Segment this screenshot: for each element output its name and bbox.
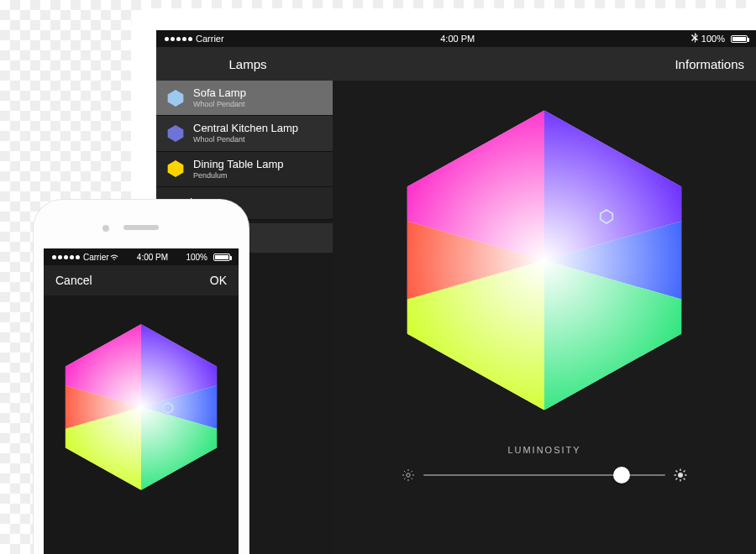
svg-line-19 bbox=[404, 471, 405, 472]
svg-line-28 bbox=[676, 471, 678, 473]
signal-dots-icon bbox=[52, 255, 80, 259]
color-hexagon-icon[interactable] bbox=[385, 101, 704, 420]
luminosity-label: LUMINOSITY bbox=[402, 445, 687, 455]
svg-marker-13 bbox=[600, 210, 612, 223]
svg-marker-2 bbox=[168, 90, 184, 107]
lamp-title: Dining Table Lamp bbox=[193, 159, 283, 171]
lamp-color-icon bbox=[166, 89, 185, 107]
svg-rect-12 bbox=[385, 101, 704, 420]
clock-label: 4:00 PM bbox=[224, 34, 691, 44]
lamp-subtitle: Whool Pendant bbox=[193, 135, 298, 144]
svg-marker-4 bbox=[168, 160, 184, 177]
svg-line-22 bbox=[412, 471, 412, 472]
color-panel: LUMINOSITY bbox=[333, 81, 756, 554]
lamp-color-icon bbox=[166, 124, 185, 143]
battery-pct: 100% bbox=[701, 34, 725, 44]
carrier-label: Carrier bbox=[83, 253, 109, 262]
lamp-subtitle: Whool Pendant bbox=[193, 100, 246, 108]
picker-cursor-icon[interactable] bbox=[599, 209, 614, 224]
brightness-high-icon bbox=[674, 468, 687, 482]
slider-thumb[interactable] bbox=[613, 467, 630, 483]
color-picker[interactable] bbox=[385, 101, 704, 420]
svg-marker-3 bbox=[168, 125, 184, 142]
battery-pct: 100% bbox=[186, 253, 207, 262]
battery-icon bbox=[728, 35, 748, 43]
iphone-device: Carrier 4:00 PM 100% Cancel OK bbox=[34, 200, 249, 554]
lamp-item[interactable]: Central Kitchen LampWhool Pendant bbox=[156, 116, 333, 151]
lamp-title: Central Kitchen Lamp bbox=[193, 123, 298, 135]
ipad-statusbar: Carrier 4:00 PM 100% bbox=[156, 30, 756, 47]
svg-point-23 bbox=[678, 473, 683, 478]
lamp-item[interactable]: Sofa LampWhool Pendant bbox=[156, 81, 333, 116]
iphone-navbar: Cancel OK bbox=[44, 265, 239, 295]
color-picker[interactable] bbox=[53, 319, 229, 495]
svg-line-20 bbox=[412, 478, 412, 479]
svg-line-29 bbox=[684, 478, 685, 480]
carrier-label: Carrier bbox=[196, 34, 224, 44]
iphone-screen: Carrier 4:00 PM 100% Cancel OK bbox=[44, 248, 239, 554]
picker-cursor-icon[interactable] bbox=[162, 402, 174, 414]
svg-line-21 bbox=[404, 478, 405, 479]
color-hexagon-icon[interactable] bbox=[53, 319, 229, 495]
svg-marker-40 bbox=[164, 402, 173, 413]
ok-button[interactable]: OK bbox=[210, 274, 227, 287]
cancel-button[interactable]: Cancel bbox=[55, 274, 92, 287]
luminosity-slider[interactable] bbox=[423, 467, 665, 483]
lamp-title: Sofa Lamp bbox=[193, 87, 246, 100]
svg-line-30 bbox=[676, 478, 678, 480]
ipad-navbar: Lamps Informations bbox=[156, 47, 756, 81]
brightness-low-icon bbox=[402, 468, 415, 482]
svg-point-14 bbox=[407, 473, 410, 477]
luminosity-section: LUMINOSITY bbox=[402, 445, 687, 483]
lamp-color-icon bbox=[166, 159, 185, 178]
lamp-subtitle: Pendulum bbox=[193, 171, 283, 180]
clock-label: 4:00 PM bbox=[119, 253, 186, 262]
bluetooth-icon bbox=[691, 33, 698, 44]
svg-line-31 bbox=[684, 471, 685, 473]
svg-rect-39 bbox=[53, 319, 229, 495]
nav-title-lamps: Lamps bbox=[168, 57, 328, 71]
iphone-statusbar: Carrier 4:00 PM 100% bbox=[44, 248, 239, 265]
nav-info-button[interactable]: Informations bbox=[675, 57, 744, 71]
wifi-icon bbox=[109, 253, 119, 262]
battery-icon bbox=[211, 253, 230, 261]
signal-dots-icon bbox=[165, 37, 192, 41]
lamp-item[interactable]: Dining Table LampPendulum bbox=[156, 152, 333, 187]
